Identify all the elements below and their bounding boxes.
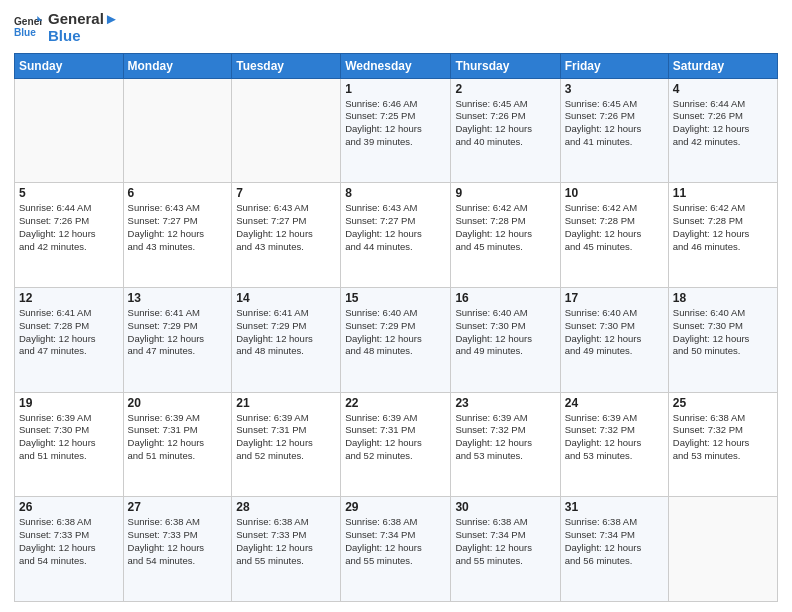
- day-number: 2: [455, 82, 555, 96]
- day-info: Sunrise: 6:39 AM Sunset: 7:31 PM Dayligh…: [128, 412, 228, 463]
- calendar-day-27: 27Sunrise: 6:38 AM Sunset: 7:33 PM Dayli…: [123, 497, 232, 602]
- calendar-day-15: 15Sunrise: 6:40 AM Sunset: 7:29 PM Dayli…: [341, 287, 451, 392]
- calendar-day-13: 13Sunrise: 6:41 AM Sunset: 7:29 PM Dayli…: [123, 287, 232, 392]
- calendar-day-7: 7Sunrise: 6:43 AM Sunset: 7:27 PM Daylig…: [232, 183, 341, 288]
- calendar-day-17: 17Sunrise: 6:40 AM Sunset: 7:30 PM Dayli…: [560, 287, 668, 392]
- day-info: Sunrise: 6:40 AM Sunset: 7:30 PM Dayligh…: [455, 307, 555, 358]
- day-info: Sunrise: 6:41 AM Sunset: 7:29 PM Dayligh…: [236, 307, 336, 358]
- day-number: 14: [236, 291, 336, 305]
- day-number: 22: [345, 396, 446, 410]
- calendar-day-18: 18Sunrise: 6:40 AM Sunset: 7:30 PM Dayli…: [668, 287, 777, 392]
- calendar-day-26: 26Sunrise: 6:38 AM Sunset: 7:33 PM Dayli…: [15, 497, 124, 602]
- calendar-day-30: 30Sunrise: 6:38 AM Sunset: 7:34 PM Dayli…: [451, 497, 560, 602]
- day-number: 1: [345, 82, 446, 96]
- day-number: 25: [673, 396, 773, 410]
- calendar-day-11: 11Sunrise: 6:42 AM Sunset: 7:28 PM Dayli…: [668, 183, 777, 288]
- day-info: Sunrise: 6:43 AM Sunset: 7:27 PM Dayligh…: [128, 202, 228, 253]
- calendar-day-16: 16Sunrise: 6:40 AM Sunset: 7:30 PM Dayli…: [451, 287, 560, 392]
- day-info: Sunrise: 6:46 AM Sunset: 7:25 PM Dayligh…: [345, 98, 446, 149]
- calendar-empty-cell: [123, 78, 232, 183]
- day-number: 20: [128, 396, 228, 410]
- calendar-day-28: 28Sunrise: 6:38 AM Sunset: 7:33 PM Dayli…: [232, 497, 341, 602]
- day-info: Sunrise: 6:44 AM Sunset: 7:26 PM Dayligh…: [673, 98, 773, 149]
- day-info: Sunrise: 6:45 AM Sunset: 7:26 PM Dayligh…: [455, 98, 555, 149]
- day-number: 31: [565, 500, 664, 514]
- day-number: 16: [455, 291, 555, 305]
- calendar-week-row: 19Sunrise: 6:39 AM Sunset: 7:30 PM Dayli…: [15, 392, 778, 497]
- calendar-table: SundayMondayTuesdayWednesdayThursdayFrid…: [14, 53, 778, 603]
- day-info: Sunrise: 6:40 AM Sunset: 7:29 PM Dayligh…: [345, 307, 446, 358]
- weekday-header-wednesday: Wednesday: [341, 53, 451, 78]
- calendar-day-9: 9Sunrise: 6:42 AM Sunset: 7:28 PM Daylig…: [451, 183, 560, 288]
- calendar-empty-cell: [668, 497, 777, 602]
- calendar-day-29: 29Sunrise: 6:38 AM Sunset: 7:34 PM Dayli…: [341, 497, 451, 602]
- calendar-day-6: 6Sunrise: 6:43 AM Sunset: 7:27 PM Daylig…: [123, 183, 232, 288]
- calendar-day-24: 24Sunrise: 6:39 AM Sunset: 7:32 PM Dayli…: [560, 392, 668, 497]
- weekday-header-friday: Friday: [560, 53, 668, 78]
- weekday-header-tuesday: Tuesday: [232, 53, 341, 78]
- day-info: Sunrise: 6:43 AM Sunset: 7:27 PM Dayligh…: [236, 202, 336, 253]
- day-number: 8: [345, 186, 446, 200]
- day-number: 27: [128, 500, 228, 514]
- calendar-week-row: 12Sunrise: 6:41 AM Sunset: 7:28 PM Dayli…: [15, 287, 778, 392]
- calendar-day-25: 25Sunrise: 6:38 AM Sunset: 7:32 PM Dayli…: [668, 392, 777, 497]
- day-number: 29: [345, 500, 446, 514]
- day-number: 3: [565, 82, 664, 96]
- page: General Blue General► Blue SundayMondayT…: [0, 0, 792, 612]
- day-number: 23: [455, 396, 555, 410]
- day-info: Sunrise: 6:38 AM Sunset: 7:34 PM Dayligh…: [455, 516, 555, 567]
- calendar-day-5: 5Sunrise: 6:44 AM Sunset: 7:26 PM Daylig…: [15, 183, 124, 288]
- calendar-day-20: 20Sunrise: 6:39 AM Sunset: 7:31 PM Dayli…: [123, 392, 232, 497]
- logo-icon: General Blue: [14, 13, 42, 41]
- calendar-day-23: 23Sunrise: 6:39 AM Sunset: 7:32 PM Dayli…: [451, 392, 560, 497]
- calendar-day-14: 14Sunrise: 6:41 AM Sunset: 7:29 PM Dayli…: [232, 287, 341, 392]
- day-number: 13: [128, 291, 228, 305]
- day-info: Sunrise: 6:45 AM Sunset: 7:26 PM Dayligh…: [565, 98, 664, 149]
- logo-text: General►: [48, 10, 119, 27]
- day-info: Sunrise: 6:38 AM Sunset: 7:33 PM Dayligh…: [128, 516, 228, 567]
- day-number: 24: [565, 396, 664, 410]
- logo-blue: Blue: [48, 27, 119, 44]
- day-number: 6: [128, 186, 228, 200]
- day-info: Sunrise: 6:39 AM Sunset: 7:32 PM Dayligh…: [455, 412, 555, 463]
- calendar-empty-cell: [15, 78, 124, 183]
- calendar-day-2: 2Sunrise: 6:45 AM Sunset: 7:26 PM Daylig…: [451, 78, 560, 183]
- day-number: 19: [19, 396, 119, 410]
- header: General Blue General► Blue: [14, 10, 778, 45]
- day-info: Sunrise: 6:39 AM Sunset: 7:31 PM Dayligh…: [236, 412, 336, 463]
- day-number: 17: [565, 291, 664, 305]
- day-number: 4: [673, 82, 773, 96]
- day-info: Sunrise: 6:43 AM Sunset: 7:27 PM Dayligh…: [345, 202, 446, 253]
- day-number: 7: [236, 186, 336, 200]
- day-info: Sunrise: 6:38 AM Sunset: 7:33 PM Dayligh…: [236, 516, 336, 567]
- day-info: Sunrise: 6:44 AM Sunset: 7:26 PM Dayligh…: [19, 202, 119, 253]
- calendar-day-1: 1Sunrise: 6:46 AM Sunset: 7:25 PM Daylig…: [341, 78, 451, 183]
- calendar-day-3: 3Sunrise: 6:45 AM Sunset: 7:26 PM Daylig…: [560, 78, 668, 183]
- day-info: Sunrise: 6:41 AM Sunset: 7:29 PM Dayligh…: [128, 307, 228, 358]
- day-info: Sunrise: 6:39 AM Sunset: 7:30 PM Dayligh…: [19, 412, 119, 463]
- calendar-day-22: 22Sunrise: 6:39 AM Sunset: 7:31 PM Dayli…: [341, 392, 451, 497]
- day-info: Sunrise: 6:39 AM Sunset: 7:31 PM Dayligh…: [345, 412, 446, 463]
- day-number: 18: [673, 291, 773, 305]
- calendar-week-row: 26Sunrise: 6:38 AM Sunset: 7:33 PM Dayli…: [15, 497, 778, 602]
- calendar-empty-cell: [232, 78, 341, 183]
- calendar-day-31: 31Sunrise: 6:38 AM Sunset: 7:34 PM Dayli…: [560, 497, 668, 602]
- day-number: 12: [19, 291, 119, 305]
- day-info: Sunrise: 6:38 AM Sunset: 7:33 PM Dayligh…: [19, 516, 119, 567]
- day-info: Sunrise: 6:40 AM Sunset: 7:30 PM Dayligh…: [673, 307, 773, 358]
- day-number: 28: [236, 500, 336, 514]
- day-number: 9: [455, 186, 555, 200]
- day-info: Sunrise: 6:42 AM Sunset: 7:28 PM Dayligh…: [673, 202, 773, 253]
- calendar-week-row: 5Sunrise: 6:44 AM Sunset: 7:26 PM Daylig…: [15, 183, 778, 288]
- svg-text:Blue: Blue: [14, 28, 36, 39]
- day-info: Sunrise: 6:42 AM Sunset: 7:28 PM Dayligh…: [565, 202, 664, 253]
- day-info: Sunrise: 6:38 AM Sunset: 7:32 PM Dayligh…: [673, 412, 773, 463]
- weekday-header-thursday: Thursday: [451, 53, 560, 78]
- logo: General Blue General► Blue: [14, 10, 119, 45]
- weekday-header-row: SundayMondayTuesdayWednesdayThursdayFrid…: [15, 53, 778, 78]
- day-number: 21: [236, 396, 336, 410]
- calendar-day-10: 10Sunrise: 6:42 AM Sunset: 7:28 PM Dayli…: [560, 183, 668, 288]
- calendar-day-12: 12Sunrise: 6:41 AM Sunset: 7:28 PM Dayli…: [15, 287, 124, 392]
- day-number: 30: [455, 500, 555, 514]
- calendar-day-21: 21Sunrise: 6:39 AM Sunset: 7:31 PM Dayli…: [232, 392, 341, 497]
